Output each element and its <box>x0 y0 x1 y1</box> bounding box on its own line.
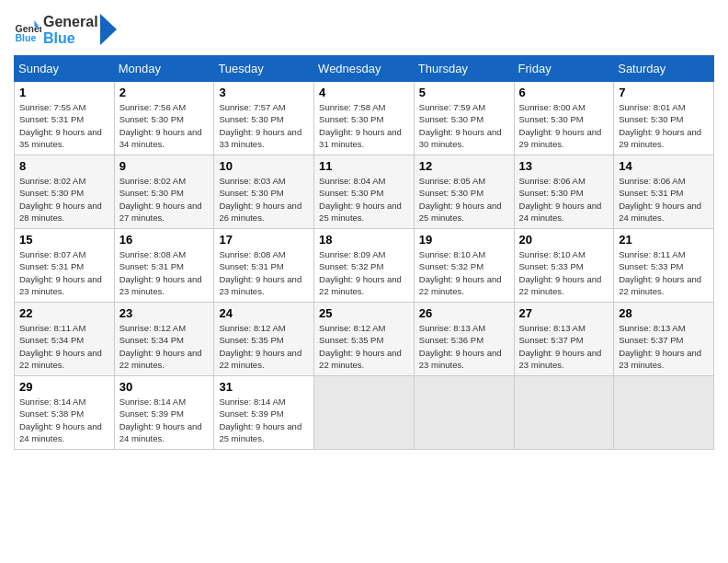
calendar-day-cell: 3Sunrise: 7:57 AMSunset: 5:30 PMDaylight… <box>214 82 314 155</box>
day-info: Sunrise: 8:08 AMSunset: 5:31 PMDaylight:… <box>119 248 210 297</box>
calendar-day-cell <box>314 376 415 450</box>
day-of-week-header: Saturday <box>614 56 714 82</box>
day-number: 30 <box>119 380 210 394</box>
calendar-day-cell: 26Sunrise: 8:13 AMSunset: 5:36 PMDayligh… <box>414 303 514 376</box>
calendar-day-cell <box>614 376 714 450</box>
day-number: 10 <box>219 159 309 173</box>
calendar-day-cell: 5Sunrise: 7:59 AMSunset: 5:30 PMDaylight… <box>414 82 514 155</box>
day-info: Sunrise: 8:10 AMSunset: 5:33 PMDaylight:… <box>519 248 609 297</box>
logo-blue: Blue <box>43 30 98 47</box>
day-info: Sunrise: 7:58 AMSunset: 5:30 PMDaylight:… <box>319 101 409 150</box>
day-number: 17 <box>219 233 309 247</box>
day-info: Sunrise: 8:13 AMSunset: 5:36 PMDaylight:… <box>419 322 509 371</box>
svg-text:Blue: Blue <box>16 32 37 43</box>
day-number: 3 <box>219 86 309 99</box>
day-info: Sunrise: 8:00 AMSunset: 5:30 PMDaylight:… <box>519 101 609 150</box>
calendar-day-cell: 30Sunrise: 8:14 AMSunset: 5:39 PMDayligh… <box>114 376 214 450</box>
day-info: Sunrise: 8:14 AMSunset: 5:39 PMDaylight:… <box>119 396 210 444</box>
day-info: Sunrise: 8:12 AMSunset: 5:34 PMDaylight:… <box>119 322 210 371</box>
calendar-week-row: 29Sunrise: 8:14 AMSunset: 5:38 PMDayligh… <box>15 376 714 450</box>
day-info: Sunrise: 7:56 AMSunset: 5:30 PMDaylight:… <box>119 101 210 150</box>
calendar-day-cell: 9Sunrise: 8:02 AMSunset: 5:30 PMDaylight… <box>114 155 214 229</box>
day-info: Sunrise: 8:08 AMSunset: 5:31 PMDaylight:… <box>219 248 309 297</box>
calendar-day-cell: 1Sunrise: 7:55 AMSunset: 5:31 PMDaylight… <box>15 82 115 155</box>
day-info: Sunrise: 8:01 AMSunset: 5:30 PMDaylight:… <box>619 101 709 150</box>
day-number: 11 <box>319 159 409 173</box>
day-number: 28 <box>619 306 709 320</box>
day-number: 22 <box>19 306 109 320</box>
day-of-week-header: Thursday <box>414 56 514 82</box>
day-number: 6 <box>519 86 609 99</box>
day-of-week-header: Monday <box>114 56 214 82</box>
calendar-day-cell: 10Sunrise: 8:03 AMSunset: 5:30 PMDayligh… <box>214 155 314 229</box>
day-number: 14 <box>619 159 709 173</box>
day-number: 26 <box>419 306 509 320</box>
logo-arrow-icon <box>100 14 119 46</box>
calendar-table: SundayMondayTuesdayWednesdayThursdayFrid… <box>14 55 714 450</box>
calendar-day-cell: 28Sunrise: 8:13 AMSunset: 5:37 PMDayligh… <box>614 303 714 376</box>
day-info: Sunrise: 8:02 AMSunset: 5:30 PMDaylight:… <box>119 175 210 224</box>
day-number: 25 <box>319 306 409 320</box>
day-number: 29 <box>19 380 109 394</box>
day-info: Sunrise: 8:06 AMSunset: 5:31 PMDaylight:… <box>619 175 709 224</box>
day-number: 15 <box>19 233 109 247</box>
day-info: Sunrise: 8:07 AMSunset: 5:31 PMDaylight:… <box>19 248 109 297</box>
day-number: 24 <box>219 306 309 320</box>
day-number: 5 <box>419 86 509 99</box>
day-info: Sunrise: 8:14 AMSunset: 5:39 PMDaylight:… <box>219 396 309 444</box>
day-info: Sunrise: 8:03 AMSunset: 5:30 PMDaylight:… <box>219 175 309 224</box>
day-info: Sunrise: 8:12 AMSunset: 5:35 PMDaylight:… <box>219 322 309 371</box>
calendar-week-row: 1Sunrise: 7:55 AMSunset: 5:31 PMDaylight… <box>15 82 714 155</box>
calendar-header-row: SundayMondayTuesdayWednesdayThursdayFrid… <box>15 56 714 82</box>
day-info: Sunrise: 8:09 AMSunset: 5:32 PMDaylight:… <box>319 248 409 297</box>
calendar-day-cell: 27Sunrise: 8:13 AMSunset: 5:37 PMDayligh… <box>514 303 614 376</box>
calendar-week-row: 8Sunrise: 8:02 AMSunset: 5:30 PMDaylight… <box>15 155 714 229</box>
day-info: Sunrise: 7:57 AMSunset: 5:30 PMDaylight:… <box>219 101 309 150</box>
calendar-day-cell <box>514 376 614 450</box>
calendar-day-cell: 23Sunrise: 8:12 AMSunset: 5:34 PMDayligh… <box>114 303 214 376</box>
day-info: Sunrise: 8:13 AMSunset: 5:37 PMDaylight:… <box>619 322 709 371</box>
day-info: Sunrise: 8:05 AMSunset: 5:30 PMDaylight:… <box>419 175 509 224</box>
day-info: Sunrise: 8:13 AMSunset: 5:37 PMDaylight:… <box>519 322 609 371</box>
calendar-day-cell: 8Sunrise: 8:02 AMSunset: 5:30 PMDaylight… <box>15 155 115 229</box>
day-info: Sunrise: 8:06 AMSunset: 5:30 PMDaylight:… <box>519 175 609 224</box>
day-number: 20 <box>519 233 609 247</box>
day-number: 2 <box>119 86 210 99</box>
day-number: 31 <box>219 380 309 394</box>
calendar-day-cell: 19Sunrise: 8:10 AMSunset: 5:32 PMDayligh… <box>414 229 514 303</box>
calendar-day-cell: 22Sunrise: 8:11 AMSunset: 5:34 PMDayligh… <box>15 303 115 376</box>
calendar-day-cell <box>414 376 514 450</box>
day-of-week-header: Wednesday <box>314 56 415 82</box>
calendar-week-row: 15Sunrise: 8:07 AMSunset: 5:31 PMDayligh… <box>15 229 714 303</box>
calendar-day-cell: 11Sunrise: 8:04 AMSunset: 5:30 PMDayligh… <box>314 155 415 229</box>
day-info: Sunrise: 8:12 AMSunset: 5:35 PMDaylight:… <box>319 322 409 371</box>
day-number: 7 <box>619 86 709 99</box>
day-of-week-header: Tuesday <box>214 56 314 82</box>
calendar-day-cell: 24Sunrise: 8:12 AMSunset: 5:35 PMDayligh… <box>214 303 314 376</box>
calendar-week-row: 22Sunrise: 8:11 AMSunset: 5:34 PMDayligh… <box>15 303 714 376</box>
day-number: 4 <box>319 86 409 99</box>
day-number: 9 <box>119 159 210 173</box>
day-info: Sunrise: 8:11 AMSunset: 5:34 PMDaylight:… <box>19 322 109 371</box>
calendar-day-cell: 16Sunrise: 8:08 AMSunset: 5:31 PMDayligh… <box>114 229 214 303</box>
day-number: 27 <box>519 306 609 320</box>
day-number: 13 <box>519 159 609 173</box>
calendar-day-cell: 6Sunrise: 8:00 AMSunset: 5:30 PMDaylight… <box>514 82 614 155</box>
day-number: 19 <box>419 233 509 247</box>
calendar-day-cell: 4Sunrise: 7:58 AMSunset: 5:30 PMDaylight… <box>314 82 415 155</box>
calendar-day-cell: 13Sunrise: 8:06 AMSunset: 5:30 PMDayligh… <box>514 155 614 229</box>
day-number: 23 <box>119 306 210 320</box>
day-number: 12 <box>419 159 509 173</box>
page-header: General Blue General Blue <box>14 14 714 46</box>
day-info: Sunrise: 7:59 AMSunset: 5:30 PMDaylight:… <box>419 101 509 150</box>
svg-marker-3 <box>100 14 117 45</box>
calendar-day-cell: 15Sunrise: 8:07 AMSunset: 5:31 PMDayligh… <box>15 229 115 303</box>
day-number: 1 <box>19 86 109 99</box>
day-info: Sunrise: 8:04 AMSunset: 5:30 PMDaylight:… <box>319 175 409 224</box>
day-info: Sunrise: 8:10 AMSunset: 5:32 PMDaylight:… <box>419 248 509 297</box>
day-of-week-header: Sunday <box>15 56 115 82</box>
day-info: Sunrise: 7:55 AMSunset: 5:31 PMDaylight:… <box>19 101 109 150</box>
day-number: 16 <box>119 233 210 247</box>
day-number: 21 <box>619 233 709 247</box>
calendar-day-cell: 29Sunrise: 8:14 AMSunset: 5:38 PMDayligh… <box>15 376 115 450</box>
